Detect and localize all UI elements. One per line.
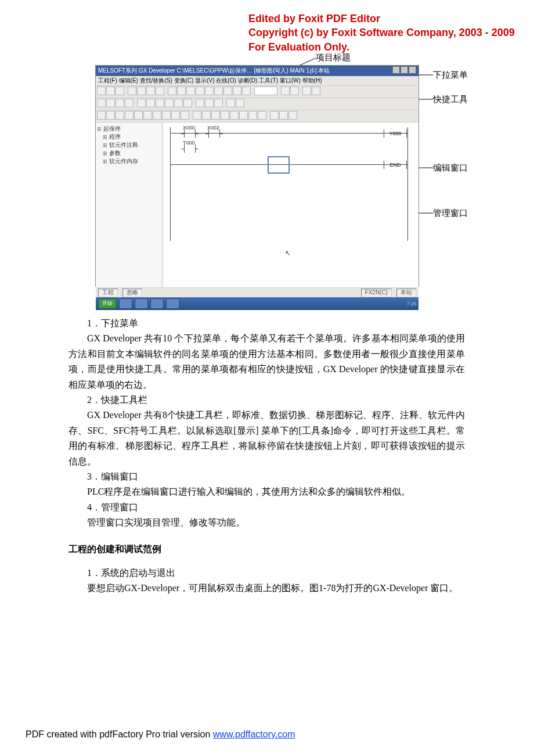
section-1-paragraph: GX Developer 共有10 个下拉菜单，每个菜单又有若干个菜单项。许多基… <box>68 331 465 393</box>
status-project: 工程 <box>98 289 118 297</box>
tree-item: 参数 <box>97 149 161 157</box>
section-3-paragraph: PLC程序是在编辑窗口进行输入和编辑的，其使用方法和众多的编辑软件相似。 <box>68 484 465 499</box>
tree-root: 起保停 <box>97 125 161 133</box>
tree-item: 软元件内存 <box>97 157 161 165</box>
mouse-pointer-icon: ↖ <box>285 249 291 257</box>
ladder-coil-end: END <box>384 161 407 169</box>
screenshot-toolbar-3 <box>96 110 418 123</box>
body-text: 1．下拉菜单 GX Developer 共有10 个下拉菜单，每个菜单又有若干个… <box>68 316 465 596</box>
pdffactory-link[interactable]: www.pdffactory.com <box>213 729 295 739</box>
pdf-factory-footer: PDF created with pdfFactory Pro trial ve… <box>26 729 295 740</box>
heading-project-example: 工程的创建和调试范例 <box>68 542 465 557</box>
screenshot-body: 起保停 程序 软元件注释 参数 软元件内存 X000 X002 <box>96 123 418 287</box>
status-station: 本站 <box>396 289 416 297</box>
callout-project-title: 项目标题 <box>316 52 351 63</box>
document-page: Edited by Foxit PDF Editor Copyright (c)… <box>0 0 534 756</box>
section-3-title: 3．编辑窗口 <box>68 469 465 484</box>
section-1-title: 1．下拉菜单 <box>68 316 465 331</box>
taskbar-item <box>135 298 148 309</box>
taskbar-clock: 7:26 <box>407 301 416 307</box>
ladder-cursor <box>268 156 290 174</box>
screenshot-toolbar-2 <box>96 98 418 110</box>
section-4-title: 4．管理窗口 <box>68 500 465 515</box>
ladder-contact <box>184 129 196 138</box>
project-tree: 起保停 程序 软元件注释 参数 软元件内存 <box>96 123 163 287</box>
screenshot-statusbar: 工程 忽略 FX2N(C) 本站 <box>96 287 418 297</box>
ladder-contact-nc <box>208 129 220 138</box>
taskbar-item <box>119 298 132 309</box>
subsection-1-paragraph: 要想启动GX-Developer，可用鼠标双击桌面上的图标。图1-78为打开的G… <box>68 581 465 596</box>
screenshot-toolbar-1 <box>96 86 418 98</box>
tree-item: 软元件注释 <box>97 141 161 149</box>
taskbar-item <box>150 298 164 309</box>
section-2-title: 2．快捷工具栏 <box>68 393 465 408</box>
taskbar-item <box>166 298 179 309</box>
screenshot-window-title: MELSOFT系列 GX Developer C:\MELSEC\GPPW\起保… <box>98 67 330 75</box>
watermark-line-1: Edited by Foxit PDF Editor <box>248 12 515 26</box>
taskbar-start-button: 开始 <box>98 298 117 309</box>
screenshot-titlebar: MELSOFT系列 GX Developer C:\MELSEC\GPPW\起保… <box>96 66 418 76</box>
callout-edit-window: 编辑窗口 <box>433 163 468 174</box>
status-ignore: 忽略 <box>122 289 142 297</box>
screenshot-menubar: 工程(F) 编辑(E) 查找/替换(S) 变换(C) 显示(V) 在线(O) 诊… <box>96 76 418 86</box>
callout-dropdown-menu: 下拉菜单 <box>433 70 468 81</box>
callout-manage-window: 管理窗口 <box>433 208 468 219</box>
section-4-paragraph: 管理窗口实现项目管理、修改等功能。 <box>68 515 465 530</box>
tree-item: 程序 <box>97 133 161 141</box>
ladder-contact <box>184 145 196 153</box>
screenshot-taskbar: 开始 7:26 <box>96 297 418 310</box>
watermark-line-2: Copyright (c) by Foxit Software Company,… <box>248 26 515 39</box>
status-plc-type: FX2N(C) <box>361 289 392 297</box>
ladder-right-rail <box>407 127 408 241</box>
figure-1-77: 项目标题 下拉菜单 快捷工具 编辑窗口 管理窗口 MELSOFT系列 <box>95 52 464 306</box>
window-control-buttons <box>392 66 416 76</box>
callout-toolbar: 快捷工具 <box>433 94 468 105</box>
ladder-coil-y000: Y000 <box>384 129 407 138</box>
section-2-paragraph: GX Developer 共有8个快捷工具栏，即标准、数据切换、梯形图标记、程序… <box>68 408 465 469</box>
subsection-1-title: 1．系统的启动与退出 <box>68 566 465 581</box>
footer-prefix: PDF created with pdfFactory Pro trial ve… <box>26 729 213 739</box>
ladder-left-rail <box>170 127 171 241</box>
ladder-editor: X000 X002 Y000 T000 END ↖ <box>163 123 418 287</box>
gx-developer-screenshot: MELSOFT系列 GX Developer C:\MELSEC\GPPW\起保… <box>95 65 419 287</box>
foxit-watermark: Edited by Foxit PDF Editor Copyright (c)… <box>248 12 515 54</box>
figure-frame: 项目标题 下拉菜单 快捷工具 编辑窗口 管理窗口 MELSOFT系列 <box>95 52 420 287</box>
